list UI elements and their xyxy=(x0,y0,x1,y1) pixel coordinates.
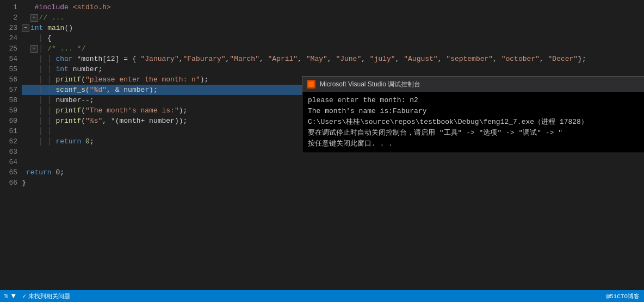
code-line-64 xyxy=(22,157,644,167)
line-numbers: 1 2 23 24 25 54 55 56 57 58 59 60 61 62 … xyxy=(0,0,22,290)
console-line-4: 要在调试停止时自动关闭控制台，请启用 "工具" -> "选项" -> "调试" … xyxy=(308,128,639,139)
status-check-icon: ✓ xyxy=(22,292,26,300)
console-line-5: 按任意键关闭此窗口. . . xyxy=(308,139,639,149)
console-title: Microsoft Visual Studio 调试控制台 xyxy=(320,80,420,89)
code-line-24: │ { xyxy=(22,33,644,43)
fold-marker[interactable]: + xyxy=(30,14,38,22)
console-window: Microsoft Visual Studio 调试控制台 please ent… xyxy=(302,76,644,153)
status-bar: % ▼ ✓ 未找到相关问题 @51CTO博客 xyxy=(0,290,644,302)
console-line-2: The month's name is:Faburary xyxy=(308,106,639,117)
code-line-23: − int main () xyxy=(22,23,644,33)
status-message: ✓ 未找到相关问题 xyxy=(22,292,70,300)
console-body: please enter the month: n2 The month's n… xyxy=(302,92,644,153)
zoom-percent: % xyxy=(4,293,8,299)
vs-icon xyxy=(307,80,315,89)
fold-marker-main[interactable]: − xyxy=(22,24,29,32)
attribution: @51CTO博客 xyxy=(606,292,640,300)
code-line-55: │ │ int number; xyxy=(22,64,644,74)
code-line-25: + │ /* ... */ xyxy=(22,43,644,54)
code-line-1: #include <stdio.h> xyxy=(22,2,644,12)
code-line-66: } xyxy=(22,178,644,188)
code-line-65: return 0 ; xyxy=(22,167,644,178)
code-line-2: + // ... xyxy=(22,12,644,23)
status-text: 未找到相关问题 xyxy=(28,292,70,300)
zoom-control[interactable]: % ▼ xyxy=(4,292,17,300)
editor-area: 1 2 23 24 25 54 55 56 57 58 59 60 61 62 … xyxy=(0,0,644,290)
code-line-54: │ │ char *month[12] = { "January" , "Fab… xyxy=(22,54,644,64)
console-line-3: C:\Users\桂桂\source\repos\testbook\Debug\… xyxy=(308,117,639,128)
console-titlebar: Microsoft Visual Studio 调试控制台 xyxy=(302,77,644,92)
console-line-1: please enter the month: n2 xyxy=(308,95,639,106)
fold-marker-comment[interactable]: + xyxy=(30,45,38,53)
zoom-down-button[interactable]: ▼ xyxy=(10,292,17,300)
